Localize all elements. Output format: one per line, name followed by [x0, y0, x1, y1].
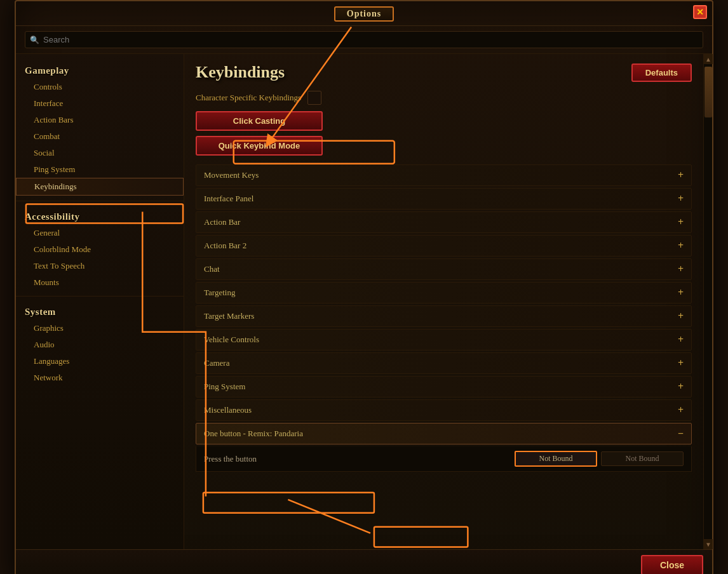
- expand-icon: +: [678, 264, 684, 275]
- close-icon[interactable]: ✕: [693, 5, 707, 19]
- sidebar-item-general[interactable]: General: [16, 225, 184, 241]
- scrollbar-thumb[interactable]: [704, 67, 712, 117]
- keybind-primary-input[interactable]: Not Bound: [515, 451, 597, 467]
- keybind-label: Interface Panel: [204, 194, 253, 204]
- keybind-section-miscellaneous[interactable]: Miscellaneous +: [196, 399, 692, 421]
- char-specific-row: Character Specific Keybindings: [196, 91, 692, 105]
- sidebar-item-combat[interactable]: Combat: [16, 128, 184, 145]
- char-specific-label: Character Specific Keybindings: [196, 93, 301, 103]
- keybind-label: Chat: [204, 264, 220, 274]
- search-wrapper: 🔍: [25, 31, 703, 48]
- keybind-label: Camera: [204, 358, 229, 368]
- sidebar-item-action-bars[interactable]: Action Bars: [16, 112, 184, 128]
- click-casting-button[interactable]: Click Casting: [196, 111, 323, 131]
- keybind-list: Movement Keys + Interface Panel + Action…: [196, 164, 692, 472]
- sidebar-item-interface[interactable]: Interface: [16, 95, 184, 112]
- accessibility-header: Accessibility: [16, 206, 184, 225]
- expand-icon: +: [678, 170, 684, 181]
- scrollbar-up-arrow[interactable]: ▲: [704, 54, 713, 64]
- sidebar-item-colorblind[interactable]: Colorblind Mode: [16, 241, 184, 258]
- sidebar-item-graphics[interactable]: Graphics: [16, 320, 184, 337]
- keybind-label: One button - Remix: Pandaria: [204, 429, 303, 439]
- keybind-label: Miscellaneous: [204, 405, 252, 415]
- sidebar-item-keybindings[interactable]: Keybindings: [16, 178, 184, 196]
- keybind-label: Movement Keys: [204, 170, 259, 180]
- panel-header: Keybindings Defaults: [196, 63, 692, 82]
- main-panel: Keybindings Defaults Character Specific …: [184, 54, 703, 549]
- search-input[interactable]: [25, 31, 703, 48]
- gameplay-header: Gameplay: [16, 60, 184, 79]
- system-header: System: [16, 302, 184, 320]
- keybind-section-movement[interactable]: Movement Keys +: [196, 164, 692, 186]
- expand-icon: +: [678, 404, 684, 416]
- close-bottom-button[interactable]: Close: [641, 555, 703, 574]
- sidebar-item-social[interactable]: Social: [16, 145, 184, 161]
- sidebar-item-languages[interactable]: Languages: [16, 353, 184, 370]
- keybind-section-action-bar[interactable]: Action Bar +: [196, 211, 692, 233]
- keybind-section-interface-panel[interactable]: Interface Panel +: [196, 188, 692, 210]
- search-bar: 🔍: [16, 26, 712, 54]
- sidebar-item-ping-system[interactable]: Ping System: [16, 161, 184, 178]
- sub-item-label: Press the button: [204, 454, 515, 464]
- search-icon: 🔍: [30, 35, 39, 44]
- collapse-icon: −: [678, 428, 684, 439]
- quick-keybind-button[interactable]: Quick Keybind Mode: [196, 136, 323, 156]
- main-content: Gameplay Controls Interface Action Bars …: [16, 54, 712, 549]
- keybind-section-remix-pandaria[interactable]: One button - Remix: Pandaria −: [196, 423, 692, 444]
- sidebar-item-mounts[interactable]: Mounts: [16, 274, 184, 291]
- keybind-section-target-markers[interactable]: Target Markers +: [196, 305, 692, 327]
- keybind-label: Target Markers: [204, 311, 254, 321]
- expand-icon: +: [678, 357, 684, 369]
- action-buttons: Click Casting Quick Keybind Mode: [196, 111, 692, 156]
- keybind-section-ping-system[interactable]: Ping System +: [196, 376, 692, 397]
- scrollbar-down-arrow[interactable]: ▼: [704, 539, 713, 549]
- sidebar-divider-1: [16, 201, 184, 201]
- expand-icon: +: [678, 240, 684, 251]
- sidebar: Gameplay Controls Interface Action Bars …: [16, 54, 184, 549]
- keybind-label: Action Bar 2: [204, 241, 246, 251]
- window-title: Options: [334, 6, 394, 22]
- keybind-sub-press-button: Press the button Not Bound Not Bound: [196, 446, 692, 472]
- sidebar-item-audio[interactable]: Audio: [16, 337, 184, 353]
- panel-title: Keybindings: [196, 63, 285, 82]
- sidebar-item-network[interactable]: Network: [16, 370, 184, 386]
- sidebar-item-controls[interactable]: Controls: [16, 79, 184, 95]
- expand-icon: +: [678, 193, 684, 204]
- keybind-section-vehicle-controls[interactable]: Vehicle Controls +: [196, 329, 692, 350]
- keybind-section-chat[interactable]: Chat +: [196, 258, 692, 280]
- char-specific-toggle[interactable]: [307, 91, 321, 105]
- expand-icon: +: [678, 334, 684, 345]
- options-window: Options ✕ 🔍 Gameplay Controls Interface …: [15, 0, 713, 574]
- expand-icon: +: [678, 217, 684, 228]
- keybind-section-targeting[interactable]: Targeting +: [196, 282, 692, 304]
- keybind-section-camera[interactable]: Camera +: [196, 352, 692, 374]
- keybind-label: Ping System: [204, 382, 245, 392]
- expand-icon: +: [678, 287, 684, 298]
- expand-icon: +: [678, 310, 684, 322]
- keybind-label: Action Bar: [204, 217, 240, 227]
- keybind-section-action-bar-2[interactable]: Action Bar 2 +: [196, 235, 692, 257]
- sidebar-divider-2: [16, 296, 184, 297]
- keybind-secondary-input[interactable]: Not Bound: [601, 451, 684, 466]
- scrollbar-track: ▲ ▼: [703, 54, 712, 549]
- defaults-button[interactable]: Defaults: [631, 63, 692, 82]
- keybind-label: Targeting: [204, 288, 235, 298]
- bottom-bar: Close: [16, 549, 712, 574]
- sidebar-item-tts[interactable]: Text To Speech: [16, 258, 184, 274]
- title-bar: Options ✕: [16, 1, 712, 26]
- expand-icon: +: [678, 381, 684, 392]
- keybind-label: Vehicle Controls: [204, 335, 259, 345]
